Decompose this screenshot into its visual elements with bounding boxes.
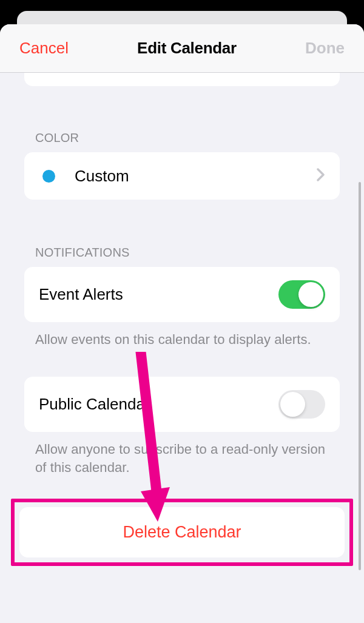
event-alerts-footer: Allow events on this calendar to display… <box>0 322 364 349</box>
event-alerts-row: Event Alerts <box>24 267 340 322</box>
toggle-knob <box>280 392 305 417</box>
public-calendar-toggle[interactable] <box>278 390 325 419</box>
chevron-right-icon <box>317 168 325 184</box>
delete-calendar-label: Delete Calendar <box>123 523 241 541</box>
nav-header: Cancel Edit Calendar Done <box>0 24 364 73</box>
annotation-highlight-box: Delete Calendar <box>11 499 353 566</box>
public-calendar-row: Public Calendar <box>24 377 340 432</box>
previous-section-bottom <box>24 73 340 86</box>
public-calendar-label: Public Calendar <box>39 395 278 414</box>
page-title: Edit Calendar <box>137 39 237 58</box>
public-calendar-card: Public Calendar <box>24 377 340 432</box>
color-card: Custom <box>24 152 340 200</box>
scrollbar[interactable] <box>359 182 361 570</box>
delete-calendar-button[interactable]: Delete Calendar <box>19 507 345 557</box>
color-row[interactable]: Custom <box>24 152 340 200</box>
color-label: Custom <box>75 167 317 186</box>
toggle-knob <box>298 282 323 307</box>
color-section-header: COLOR <box>0 86 364 152</box>
event-alerts-card: Event Alerts <box>24 267 340 322</box>
edit-calendar-modal: Cancel Edit Calendar Done COLOR Custom N… <box>0 24 364 623</box>
event-alerts-label: Event Alerts <box>39 285 278 304</box>
cancel-button[interactable]: Cancel <box>19 39 69 58</box>
content-area: COLOR Custom NOTIFICATIONS Event Alerts … <box>0 73 364 566</box>
event-alerts-toggle[interactable] <box>278 280 325 309</box>
color-dot-icon <box>42 170 55 183</box>
done-button[interactable]: Done <box>305 39 345 58</box>
notifications-section-header: NOTIFICATIONS <box>0 200 364 267</box>
public-calendar-footer: Allow anyone to subscribe to a read-only… <box>0 432 364 477</box>
